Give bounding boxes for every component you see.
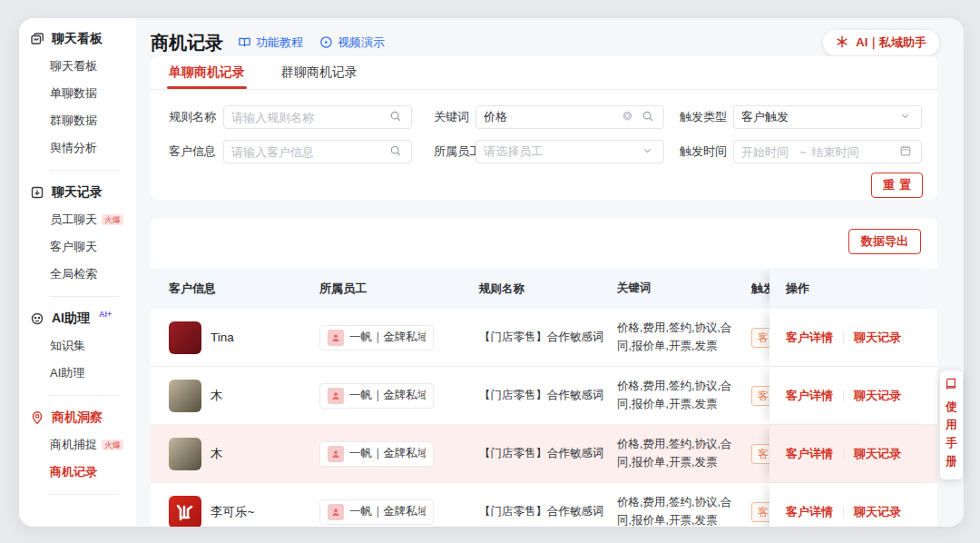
filter-card: 单聊商机记录 群聊商机记录 规则名称 关键词 <box>151 56 937 200</box>
user-manual-widget[interactable]: 使用手册 <box>940 370 963 479</box>
divider <box>843 332 844 343</box>
clear-circle-icon[interactable] <box>622 110 636 124</box>
chevron-down-icon <box>899 110 914 124</box>
customer-info-input-box <box>223 140 412 163</box>
rule-name-input-box <box>223 105 412 129</box>
employee-select[interactable]: 请选择员工 <box>475 140 664 163</box>
chat-record-link[interactable]: 聊天记录 <box>854 504 901 520</box>
search-icon[interactable] <box>642 110 656 124</box>
sidebar-group-chat-board[interactable]: 聊天看板 <box>19 25 136 53</box>
trigger-type-select[interactable]: 客户触发 <box>733 105 922 129</box>
customer-detail-link[interactable]: 客户详情 <box>786 330 833 346</box>
sidebar-item-sentiment-analysis[interactable]: 舆情分析 <box>19 134 136 162</box>
column-header-customer: 客户信息 <box>169 281 319 297</box>
sidebar-group-chat-records[interactable]: 聊天记录 <box>19 179 136 206</box>
book-icon <box>238 35 252 50</box>
keywords: 价格,费用,签约,协议,合同,报价单,开票,发票 <box>617 494 751 527</box>
sidebar-group-label: 聊天记录 <box>52 184 103 201</box>
column-header-keyword: 关键词 <box>617 280 751 297</box>
filter-row-2: 客户信息 所属员工 请选择员工 触发时间 <box>151 140 937 163</box>
customer-detail-link[interactable]: 客户详情 <box>786 504 833 520</box>
sidebar-group-label: 商机洞察 <box>52 410 103 426</box>
rule-name: 【门店零售】合作敏感词 <box>479 330 617 345</box>
keywords: 价格,费用,签约,协议,合同,报价单,开票,发票 <box>617 320 751 355</box>
records-table: 客户信息 所属员工 规则名称 关键词 触发类型 操作 Tina <box>151 269 937 527</box>
customer-detail-link[interactable]: 客户详情 <box>786 446 833 462</box>
divider <box>50 395 120 396</box>
start-time-input[interactable] <box>741 145 794 159</box>
hot-badge: 火爆 <box>102 439 123 451</box>
customer-avatar <box>169 496 201 528</box>
actions-cell: 客户详情 聊天记录 <box>769 367 937 424</box>
column-header-employee: 所属员工 <box>319 281 479 297</box>
table-row: 李可乐~ 一帆｜金牌私域... 【门店零售】合作敏感词 价格,费用,签约,协议,… <box>151 483 937 527</box>
customer-name: 李可乐~ <box>211 504 254 520</box>
end-time-input[interactable] <box>812 145 894 159</box>
ai-private-assistant-button[interactable]: AI｜私域助手 <box>823 30 939 55</box>
divider <box>843 449 844 459</box>
tabs: 单聊商机记录 群聊商机记录 <box>151 56 937 90</box>
sidebar-item-employee-chat[interactable]: 员工聊天 火爆 <box>19 206 136 233</box>
sidebar-item-group-chat-data[interactable]: 群聊数据 <box>19 107 136 134</box>
tutorial-link[interactable]: 功能教程 <box>238 35 303 51</box>
chat-record-link[interactable]: 聊天记录 <box>854 388 901 404</box>
video-demo-link[interactable]: 视频演示 <box>319 35 385 51</box>
ai-plus-badge: AI+ <box>99 310 112 319</box>
data-export-button[interactable]: 数据导出 <box>848 229 921 254</box>
tab-group-chat-records[interactable]: 群聊商机记录 <box>281 56 358 89</box>
table-row: Tina 一帆｜金牌私域... 【门店零售】合作敏感词 价格,费用,签约,协议,… <box>151 309 937 367</box>
customer-avatar <box>169 380 201 412</box>
keyword-label: 关键词 <box>434 109 469 125</box>
customer-name: Tina <box>211 331 234 344</box>
sidebar-item-chat-board[interactable]: 聊天看板 <box>19 53 136 80</box>
calendar-icon <box>899 144 914 159</box>
rule-name-input[interactable] <box>231 111 384 124</box>
trigger-time-label: 触发时间 <box>680 143 727 160</box>
customer-name: 木 <box>211 446 223 462</box>
person-icon <box>328 330 344 346</box>
manual-book-icon <box>945 378 959 392</box>
employee-chip[interactable]: 一帆｜金牌私域... <box>319 325 434 350</box>
sidebar-group-opportunity-insight[interactable]: 商机洞察 <box>19 404 136 431</box>
sidebar-item-opportunity-capture[interactable]: 商机捕捉 火爆 <box>19 431 136 459</box>
sidebar-group-label: 聊天看板 <box>52 31 103 47</box>
search-icon[interactable] <box>389 144 404 159</box>
divider <box>50 494 120 495</box>
table-header-row: 客户信息 所属员工 规则名称 关键词 触发类型 操作 <box>151 269 937 309</box>
reset-button[interactable]: 重置 <box>871 173 923 198</box>
trigger-time-range-picker[interactable]: ~ <box>733 140 922 163</box>
customer-info-input[interactable] <box>231 145 384 159</box>
chat-board-icon <box>30 32 44 46</box>
employee-chip[interactable]: 一帆｜金牌私域... <box>319 499 434 525</box>
keyword-input[interactable] <box>484 111 616 124</box>
column-header-rule: 规则名称 <box>479 281 617 297</box>
search-icon[interactable] <box>389 110 404 124</box>
filter-row-1: 规则名称 关键词 <box>151 105 937 129</box>
opportunity-pin-icon <box>30 410 44 425</box>
person-icon <box>328 446 344 462</box>
sidebar-item-customer-chat[interactable]: 客户聊天 <box>19 233 136 261</box>
chat-record-link[interactable]: 聊天记录 <box>854 446 901 462</box>
customer-detail-link[interactable]: 客户详情 <box>786 388 833 404</box>
ai-assistant-icon <box>30 311 44 326</box>
sidebar-item-single-chat-data[interactable]: 单聊数据 <box>19 80 136 107</box>
keywords: 价格,费用,签约,协议,合同,报价单,开票,发票 <box>617 378 751 413</box>
rule-name: 【门店零售】合作敏感词 <box>479 388 617 403</box>
hot-badge: 火爆 <box>102 214 123 226</box>
chat-record-link[interactable]: 聊天记录 <box>854 330 901 346</box>
person-icon <box>328 388 344 404</box>
app-window: 聊天看板 聊天看板 单聊数据 群聊数据 舆情分析 聊天记录 <box>0 0 980 543</box>
sidebar-item-knowledge-set[interactable]: 知识集 <box>19 332 136 360</box>
sidebar-item-ai-assistant[interactable]: AI助理 <box>19 360 136 387</box>
table-row-highlighted: 木 一帆｜金牌私域... 【门店零售】合作敏感词 价格,费用,签约,协议,合同,… <box>151 425 937 483</box>
employee-label: 所属员工 <box>434 143 481 160</box>
employee-chip[interactable]: 一帆｜金牌私域... <box>319 383 434 409</box>
column-header-actions: 操作 <box>769 269 937 309</box>
sidebar-group-ai-assistant[interactable]: AI助理 AI+ <box>19 305 136 332</box>
employee-chip[interactable]: 一帆｜金牌私域... <box>319 441 434 467</box>
actions-cell: 客户详情 聊天记录 <box>769 483 937 527</box>
sidebar-item-opportunity-records[interactable]: 商机记录 <box>19 459 136 486</box>
tab-single-chat-records[interactable]: 单聊商机记录 <box>169 56 245 89</box>
divider <box>843 390 844 401</box>
sidebar-item-global-search[interactable]: 全局检索 <box>19 261 136 288</box>
